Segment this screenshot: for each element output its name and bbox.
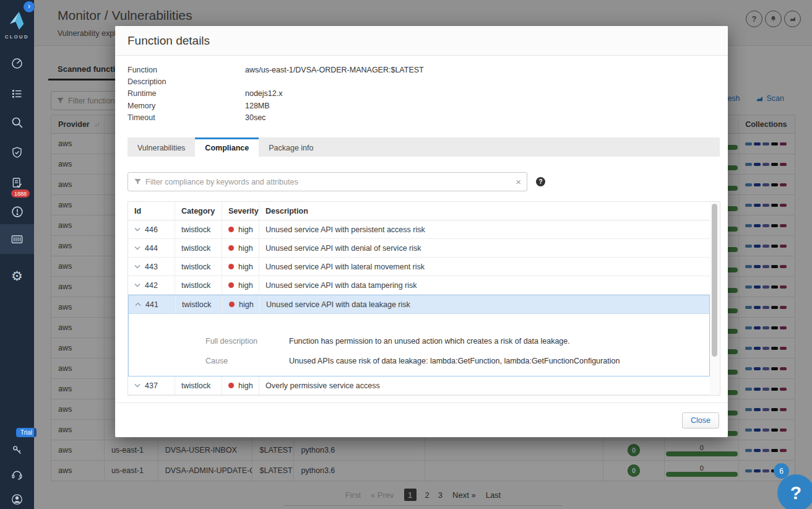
full-description-label: Full description <box>205 331 289 351</box>
severity-dot <box>229 302 235 307</box>
sidebar-item-defend[interactable] <box>0 139 34 166</box>
user-icon <box>11 493 24 506</box>
sidebar-item-user[interactable] <box>0 485 34 509</box>
modal-tab-compliance[interactable]: Compliance <box>195 137 259 157</box>
filter-help-icon[interactable]: ? <box>536 177 545 186</box>
clear-filter-icon[interactable]: × <box>516 176 521 187</box>
sidebar-expand-icon[interactable]: › <box>24 1 35 12</box>
field-value: nodejs12.x <box>245 88 282 100</box>
cause-label: Cause <box>205 351 289 371</box>
modal-title: Function details <box>115 26 728 56</box>
alert-icon <box>11 205 24 219</box>
logo-mark-icon <box>7 11 28 31</box>
compliance-table: IdCategorySeverityDescription 446 twistl… <box>127 201 720 396</box>
chevron-icon[interactable] <box>135 302 141 307</box>
sidebar-item-containers[interactable] <box>0 224 34 254</box>
sidebar-item-support[interactable] <box>0 461 34 488</box>
key-icon <box>11 444 24 456</box>
modal-tab-vulnerabilities[interactable]: Vulnerabilities <box>127 137 195 157</box>
field-label: Memory <box>127 100 245 112</box>
field-row: Timeout30sec <box>127 112 424 124</box>
field-label: Runtime <box>127 88 245 100</box>
help-widget-button[interactable]: ? <box>777 474 812 509</box>
field-value: aws/us-east-1/DVSA-ORDER-MANAGER:$LATEST <box>245 64 424 76</box>
compliance-filter[interactable]: × <box>127 172 527 191</box>
chevron-icon[interactable] <box>134 283 140 287</box>
prisma-cloud-logo: CLOUD <box>0 11 34 40</box>
column-header-severity[interactable]: Severity <box>222 202 259 220</box>
field-row: Memory128MB <box>127 100 424 112</box>
compliance-row[interactable]: 444 twistlock high Unused service API wi… <box>128 239 710 258</box>
alerts-count-badge: 1888 <box>11 189 30 198</box>
sidebar-item-settings[interactable]: ⚙ <box>0 262 34 289</box>
severity-dot <box>228 227 234 232</box>
expanded-detail-panel: Full descriptionFunction has permission … <box>129 314 709 376</box>
compliance-row[interactable]: 442 twistlock high Unused service API wi… <box>128 276 710 295</box>
modal-footer: Close <box>115 402 728 437</box>
full-description-value: Function has permission to an unused act… <box>289 331 570 351</box>
sidebar: › CLOUD <box>0 0 34 509</box>
field-row: Description <box>127 76 424 88</box>
funnel-icon <box>134 178 142 186</box>
container-icon <box>10 232 24 246</box>
cause-value: Unused APIs cause risk of data leakage: … <box>289 351 620 371</box>
document-check-icon <box>11 176 24 189</box>
compliance-row[interactable]: 441 twistlock high Unused service API wi… <box>129 295 709 314</box>
sidebar-item-search[interactable] <box>0 109 34 136</box>
compliance-row[interactable]: 443 twistlock high Unused service API wi… <box>128 258 710 276</box>
table-scrollbar[interactable] <box>710 202 720 395</box>
severity-dot <box>228 282 234 288</box>
field-label: Description <box>127 76 245 88</box>
field-row: Functionaws/us-east-1/DVSA-ORDER-MANAGER… <box>127 64 424 76</box>
compliance-row[interactable]: 446 twistlock high Unused service API wi… <box>128 220 710 239</box>
severity-dot <box>228 245 234 251</box>
sidebar-item-radar[interactable] <box>0 50 34 77</box>
headset-icon <box>11 468 24 481</box>
severity-dot <box>228 383 234 388</box>
column-header-description[interactable]: Description <box>259 202 710 220</box>
function-fields: Functionaws/us-east-1/DVSA-ORDER-MANAGER… <box>127 64 424 124</box>
gear-icon: ⚙ <box>11 269 23 282</box>
field-row: Runtimenodejs12.x <box>127 88 424 100</box>
shield-check-icon <box>11 146 24 159</box>
column-header-category[interactable]: Category <box>175 202 222 220</box>
column-header-id[interactable]: Id <box>128 202 175 220</box>
modal-tab-package-info[interactable]: Package info <box>259 137 323 157</box>
close-button[interactable]: Close <box>682 412 719 429</box>
logo-label: CLOUD <box>0 34 34 40</box>
chevron-icon[interactable] <box>134 246 140 250</box>
compliance-row[interactable]: 437 twistlock high Overly permissive ser… <box>128 376 710 395</box>
gauge-icon <box>11 57 24 70</box>
compliance-table-header: IdCategorySeverityDescription <box>128 202 710 220</box>
function-details-modal: Function details Functionaws/us-east-1/D… <box>115 26 728 437</box>
cause-row: CauseUnused APIs cause risk of data leak… <box>205 351 709 371</box>
search-icon <box>11 116 24 129</box>
chevron-icon[interactable] <box>134 227 140 232</box>
sidebar-item-license[interactable]: Trial <box>0 437 34 464</box>
modal-tab-bar: VulnerabilitiesCompliancePackage info <box>127 137 720 157</box>
question-icon: ? <box>790 482 801 503</box>
chevron-icon[interactable] <box>134 383 140 388</box>
field-value: 30sec <box>245 112 266 124</box>
field-value: 128MB <box>245 100 270 112</box>
expanded-row-group: 441 twistlock high Unused service API wi… <box>128 295 710 376</box>
chevron-icon[interactable] <box>134 264 140 269</box>
sidebar-item-policies[interactable] <box>0 80 34 107</box>
field-label: Timeout <box>127 112 245 124</box>
scrollbar-thumb[interactable] <box>712 204 717 357</box>
full-description-row: Full descriptionFunction has permission … <box>205 331 709 351</box>
help-widget-badge: 6 <box>774 463 789 479</box>
list-icon <box>11 87 24 100</box>
compliance-filter-input[interactable] <box>145 178 512 186</box>
severity-dot <box>228 264 234 269</box>
sidebar-item-alerts[interactable]: 1888 <box>0 198 34 225</box>
field-label: Function <box>127 64 245 76</box>
